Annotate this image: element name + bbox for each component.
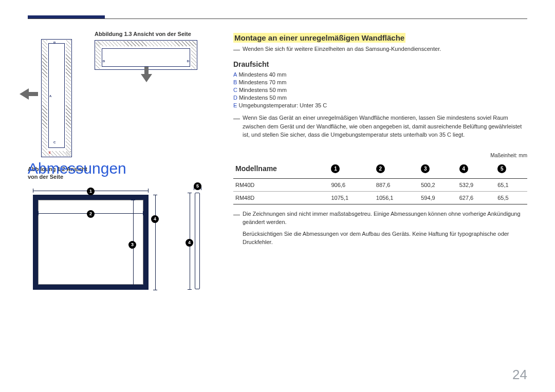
header-col-1: 1 <box>331 164 340 173</box>
svg-marker-1 <box>141 74 152 82</box>
header-col-3: 3 <box>421 164 430 173</box>
table-row: RM48D 1075,1 1056,1 594,9 627,6 65,5 <box>233 191 527 204</box>
spec-a: A Mindestens 40 mm <box>233 71 527 78</box>
label-e: E <box>49 151 51 154</box>
header-col-5: 5 <box>497 164 506 173</box>
dim-marker-4b: 4 <box>186 239 193 247</box>
label-a: A <box>49 95 51 98</box>
dimensions-heading: Abmessungen <box>28 160 228 177</box>
mount-paragraph: Wenn Sie das Gerät an einer unregelmäßig… <box>233 114 527 139</box>
figure-1-3-caption: Abbildung 1.3 Ansicht von der Seite <box>95 31 197 37</box>
header-col-4: 4 <box>459 164 468 173</box>
figure-1-3: Abbildung 1.3 Ansicht von der Seite D D <box>95 31 197 70</box>
dimension-diagram: 1 2 3 4 5 4 <box>28 188 228 306</box>
dim-marker-4: 4 <box>151 215 159 223</box>
table-row: RM40D 906,6 887,6 500,2 532,9 65,1 <box>233 178 527 191</box>
section-title: Montage an einer unregelmäßigen Wandfläc… <box>233 33 527 43</box>
section-note: Wenden Sie sich für weitere Einzelheiten… <box>233 46 527 52</box>
table-note-2: Berücksichtigen Sie die Abmessungen vor … <box>233 230 527 247</box>
dim-marker-2: 2 <box>87 210 95 218</box>
page-number: 24 <box>512 367 527 383</box>
arrow-down-icon <box>141 67 152 84</box>
label-d-left: D <box>103 60 105 63</box>
figure-1-2: B A C E Abbildung 1.2 Ansicht von der Se… <box>41 39 72 157</box>
header-col-2: 2 <box>376 164 385 173</box>
spec-d: D Mindestens 50 mm <box>233 95 527 101</box>
header-model: Modellname <box>233 160 329 179</box>
dim-marker-5: 5 <box>194 182 201 190</box>
dim-marker-1: 1 <box>87 188 95 195</box>
spec-c: C Mindestens 50 mm <box>233 87 527 93</box>
label-d-right: D <box>187 60 189 63</box>
table-header-row: Modellname 1 2 3 4 5 <box>233 160 527 179</box>
topview-heading: Draufsicht <box>233 60 527 68</box>
svg-marker-3 <box>20 88 29 100</box>
dim-marker-3: 3 <box>128 241 136 249</box>
svg-rect-0 <box>144 67 149 75</box>
spec-e: E Umgebungstemperatur: Unter 35 C <box>233 102 527 108</box>
unit-label: Maßeinheit: mm <box>490 153 527 158</box>
top-rule <box>28 18 527 19</box>
arrow-left-icon <box>20 88 38 102</box>
dimensions-table: Modellname 1 2 3 4 5 RM40D 906,6 887,6 5… <box>233 160 527 204</box>
spec-b: B Mindestens 70 mm <box>233 79 527 85</box>
svg-rect-2 <box>28 92 38 96</box>
label-c: C <box>53 141 55 144</box>
table-note-1: Die Zeichnungen sind nicht immer maßstab… <box>233 210 527 227</box>
label-b: B <box>53 41 55 44</box>
